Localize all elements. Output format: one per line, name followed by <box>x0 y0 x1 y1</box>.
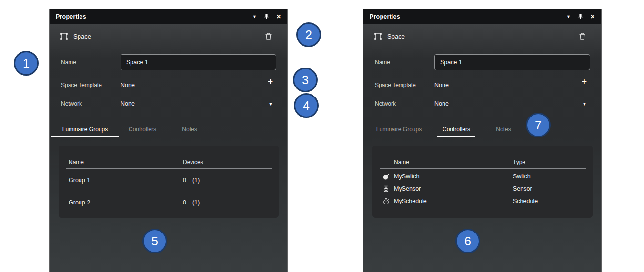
tab-luminaire-groups[interactable]: Luminaire Groups <box>365 123 433 137</box>
callout-6: 6 <box>455 229 480 253</box>
properties-panel-left: Properties ▼ ✕ Space Name Space Tem <box>49 9 288 272</box>
delete-trash-icon[interactable] <box>579 32 586 41</box>
tab-notes[interactable]: Notes <box>171 123 209 137</box>
group-devices: 0(1) <box>183 177 200 184</box>
add-template-button[interactable]: + <box>582 77 587 86</box>
column-header-type: Type <box>513 159 525 165</box>
network-value: None <box>434 100 449 107</box>
space-selection-icon <box>374 32 382 40</box>
table-row-mysensor[interactable]: MySensor Sensor <box>372 183 593 195</box>
controller-name: MySchedule <box>394 198 427 204</box>
column-header-name: Name <box>394 159 409 165</box>
network-value: None <box>121 100 135 107</box>
close-icon[interactable]: ✕ <box>276 13 281 20</box>
space-template-value: None <box>434 82 449 88</box>
panel-body: Space Name Space Template None + Network… <box>363 24 601 272</box>
column-header-name: Name <box>69 159 84 165</box>
window-menu-caret-icon[interactable]: ▼ <box>252 14 257 19</box>
switch-icon <box>382 173 390 181</box>
panel-titlebar[interactable]: Properties ▼ ✕ <box>50 9 287 24</box>
network-dropdown-caret-icon[interactable]: ▼ <box>268 101 273 107</box>
sensor-icon <box>382 185 390 193</box>
callout-2: 2 <box>296 22 321 47</box>
table-header-divider <box>380 168 586 169</box>
group-name: Group 1 <box>69 177 90 184</box>
selection-type-label: Space <box>387 33 405 40</box>
page: Properties ▼ ✕ Space Name Space Tem <box>0 0 644 272</box>
tab-luminaire-groups[interactable]: Luminaire Groups <box>51 123 119 137</box>
network-label: Network <box>61 100 82 107</box>
selection-type-label: Space <box>73 33 91 40</box>
table-row-group-2[interactable]: Group 2 0(1) <box>59 191 279 214</box>
controller-name: MySensor <box>394 185 421 192</box>
pin-icon[interactable] <box>578 13 583 20</box>
table-row-myswitch[interactable]: MySwitch Switch <box>372 170 593 183</box>
controller-type: Sensor <box>513 185 532 192</box>
tab-controllers[interactable]: Controllers <box>437 123 475 137</box>
space-template-label: Space Template <box>375 82 416 88</box>
tab-strip: Luminaire Groups Controllers Notes <box>365 123 523 137</box>
group-name: Group 2 <box>69 199 90 206</box>
name-label: Name <box>375 54 390 70</box>
space-selection-icon <box>60 32 68 40</box>
panel-body: Space Name Space Template None + Network… <box>50 24 287 272</box>
table-row-myschedule[interactable]: MySchedule Schedule <box>372 195 593 207</box>
tab-strip: Luminaire Groups Controllers Notes <box>51 123 209 137</box>
callout-5: 5 <box>142 229 167 253</box>
space-template-value: None <box>121 82 135 88</box>
callout-1: 1 <box>14 51 39 76</box>
name-input[interactable] <box>434 54 590 70</box>
window-menu-caret-icon[interactable]: ▼ <box>566 14 571 19</box>
space-template-label: Space Template <box>61 82 102 88</box>
luminaire-groups-table: Name Devices Group 1 0(1) Group 2 0(1) <box>59 146 279 218</box>
close-icon[interactable]: ✕ <box>590 13 595 20</box>
callout-3: 3 <box>293 68 318 92</box>
panel-titlebar[interactable]: Properties ▼ ✕ <box>363 9 601 24</box>
callout-7: 7 <box>526 113 551 137</box>
controller-name: MySwitch <box>394 173 419 180</box>
table-row-group-1[interactable]: Group 1 0(1) <box>59 169 279 191</box>
callout-4: 4 <box>294 93 319 118</box>
column-header-devices: Devices <box>183 159 203 165</box>
network-label: Network <box>375 100 396 107</box>
tab-notes[interactable]: Notes <box>484 123 523 137</box>
controller-type: Switch <box>513 173 531 180</box>
panel-title: Properties <box>56 13 86 20</box>
name-input[interactable] <box>121 54 276 70</box>
add-template-button[interactable]: + <box>268 77 273 86</box>
group-devices: 0(1) <box>183 199 200 206</box>
name-label: Name <box>61 54 76 70</box>
controller-type: Schedule <box>513 198 538 204</box>
panel-title: Properties <box>370 13 400 20</box>
network-dropdown-caret-icon[interactable]: ▼ <box>582 101 587 107</box>
tab-controllers[interactable]: Controllers <box>123 123 161 137</box>
properties-panel-right: Properties ▼ ✕ Space Name Space Tem <box>363 9 602 272</box>
pin-icon[interactable] <box>264 13 269 20</box>
controllers-table: Name Type MySwitch Switch <box>372 146 593 218</box>
schedule-icon <box>382 197 390 205</box>
delete-trash-icon[interactable] <box>265 32 272 41</box>
